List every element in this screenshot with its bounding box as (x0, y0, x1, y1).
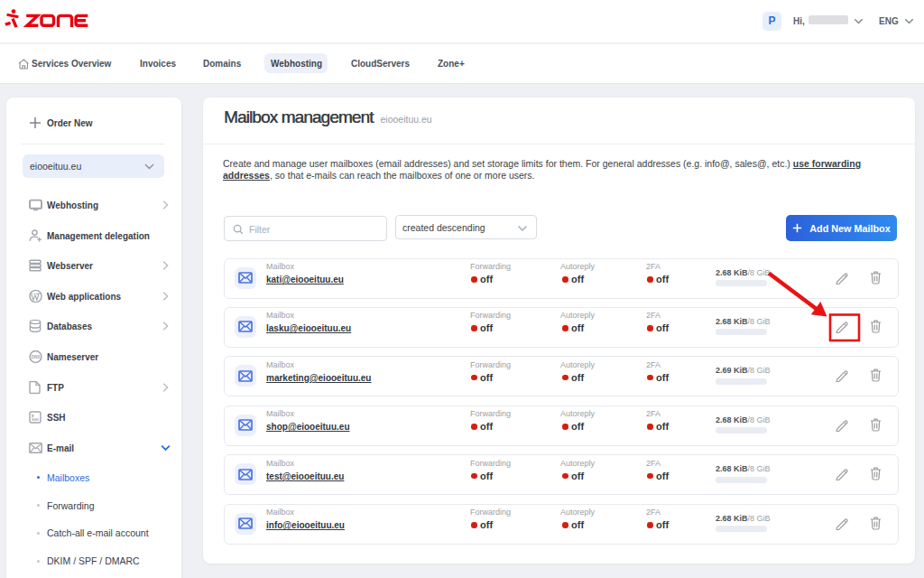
svg-text:SSH: SSH (32, 418, 39, 422)
svg-text:DNS: DNS (31, 355, 40, 359)
